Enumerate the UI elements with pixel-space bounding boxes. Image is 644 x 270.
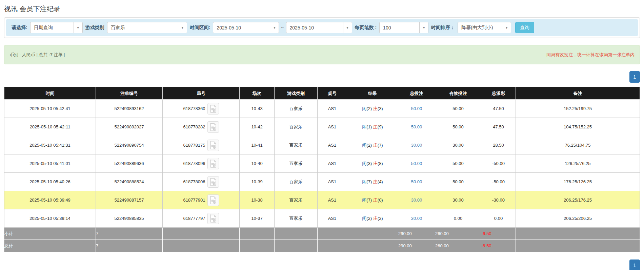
cell-table-no: AS1 <box>318 209 347 228</box>
cell-time: 2025-05-10 05:42:41 <box>4 100 96 118</box>
chevron-down-icon: ▼ <box>178 22 187 33</box>
cell-note: 152.25/199.75 <box>516 100 640 118</box>
video-file-icon <box>210 214 217 223</box>
video-replay-button[interactable] <box>207 194 219 206</box>
cell-time: 2025-05-10 05:41:31 <box>4 136 96 154</box>
cell-valid-bet: 50.00 <box>435 118 481 136</box>
page-size-select[interactable]: 100 ▼ <box>379 22 428 33</box>
col-header-time: 时间 <box>4 87 96 100</box>
table-header: 时间 注单编号 局号 场次 游戏类别 桌号 结果 总投注 有效投注 总派彩 备注 <box>4 87 640 100</box>
subtotal-label: 小计 <box>4 228 96 240</box>
total-bet-link[interactable]: 50.00 <box>411 179 422 184</box>
video-replay-button[interactable] <box>207 103 219 115</box>
date-from-select[interactable]: 2025-05-10 ▼ <box>213 22 279 33</box>
video-file-icon <box>210 105 217 113</box>
grand-total-payout: -6.50 <box>481 240 516 252</box>
cell-bet-no: 522490889636 <box>96 154 163 173</box>
game-type-label: 游戏类别 <box>85 25 104 31</box>
currency-total-text: 币别 : 人民币 | 总共 :7 注单 | <box>9 52 65 58</box>
cell-table-no: AS1 <box>318 136 347 154</box>
page-1-button[interactable]: 1 <box>629 71 640 83</box>
cell-round-no: 618778175 <box>163 136 240 154</box>
video-replay-button[interactable] <box>207 158 219 169</box>
round-no-text: 618778096 <box>183 161 205 166</box>
cell-note: 206.25/176.25 <box>516 191 640 209</box>
table-row: 2025-05-10 05:40:26 522490888524 6187780… <box>4 173 640 191</box>
round-no-text: 618778282 <box>183 124 205 129</box>
table-row: 2025-05-10 05:42:41 522490893162 6187783… <box>4 100 640 118</box>
query-type-select[interactable]: 日期查询 ▼ <box>30 22 83 33</box>
cell-valid-bet: 50.00 <box>435 173 481 191</box>
date-to-select[interactable]: 2025-05-10 ▼ <box>286 22 352 33</box>
time-sort-label: 时间排序： <box>431 25 455 31</box>
subtotal-payout: -6.50 <box>481 228 516 240</box>
subtotal-valid-bet: 260.00 <box>435 228 481 240</box>
total-bet-link[interactable]: 50.00 <box>411 124 422 129</box>
cell-total-bet: 30.00 <box>398 209 435 228</box>
cell-note: 206.25/206.25 <box>516 209 640 228</box>
bet-records-table: 时间 注单编号 局号 场次 游戏类别 桌号 结果 总投注 有效投注 总派彩 备注… <box>4 87 640 252</box>
cell-result: 闲(3) 庄(8) <box>347 154 398 173</box>
filter-panel: 请选择: 日期查询 ▼ 游戏类别 百家乐 ▼ 时间区间: 2025-05-10 … <box>4 17 640 38</box>
cell-result: 闲(7) 庄(0) <box>347 191 398 209</box>
result-player: 闲(7) <box>362 179 372 184</box>
result-player: 闲(1) <box>362 124 372 129</box>
result-banker: 庄(4) <box>373 179 383 184</box>
video-replay-button[interactable] <box>207 121 219 133</box>
result-banker: 庄(2) <box>373 216 383 221</box>
cell-valid-bet: 50.00 <box>435 100 481 118</box>
total-bet-link[interactable]: 50.00 <box>411 106 422 111</box>
page-size-label: 每页笔数 : <box>355 25 377 31</box>
cell-time: 2025-05-10 05:39:14 <box>4 209 96 228</box>
cell-game-type: 百家乐 <box>275 100 318 118</box>
video-replay-button[interactable] <box>207 176 219 188</box>
video-replay-button[interactable] <box>207 213 219 224</box>
page-size-value: 100 <box>380 22 419 33</box>
time-sort-value: 降幂(由大到小) <box>458 22 502 33</box>
cell-game-type: 百家乐 <box>275 173 318 191</box>
table-body: 2025-05-10 05:42:41 522490893162 6187783… <box>4 100 640 228</box>
table-row: 2025-05-10 05:39:49 522490887157 6187779… <box>4 191 640 209</box>
result-banker: 庄(9) <box>373 124 383 129</box>
subtotal-total-bet: 290.00 <box>398 228 435 240</box>
video-file-icon <box>210 160 217 168</box>
page-title: 视讯 会员下注纪录 <box>4 0 640 17</box>
total-bet-link[interactable]: 30.00 <box>411 198 422 203</box>
cell-payout: 47.50 <box>481 100 516 118</box>
table-footer: 小计 7 290.00 260.00 -6.50 总计 7 290.00 260… <box>4 228 640 252</box>
cell-bet-no: 522490888524 <box>96 173 163 191</box>
total-bet-link[interactable]: 30.00 <box>411 216 422 221</box>
chevron-down-icon: ▼ <box>502 22 511 33</box>
total-bet-link[interactable]: 50.00 <box>411 161 422 166</box>
cell-payout: -50.00 <box>481 154 516 173</box>
game-type-select[interactable]: 百家乐 ▼ <box>107 22 187 33</box>
cell-total-bet: 50.00 <box>398 118 435 136</box>
cell-result: 闲(1) 庄(9) <box>347 118 398 136</box>
search-button[interactable]: 查询 <box>515 22 534 33</box>
cell-result: 闲(2) 庄(2) <box>347 209 398 228</box>
cell-note: 126.25/76.25 <box>516 154 640 173</box>
col-header-table-no: 桌号 <box>318 87 347 100</box>
round-no-text: 618778360 <box>183 106 205 111</box>
grand-total-label: 总计 <box>4 240 96 252</box>
video-replay-button[interactable] <box>207 140 219 151</box>
cell-total-bet: 30.00 <box>398 191 435 209</box>
video-file-icon <box>210 123 217 131</box>
cell-time: 2025-05-10 05:41:01 <box>4 154 96 173</box>
cell-table-no: AS1 <box>318 118 347 136</box>
round-no-text: 618777901 <box>183 198 205 203</box>
result-banker: 庄(7) <box>373 143 383 148</box>
cell-table-no: AS1 <box>318 173 347 191</box>
query-type-value: 日期查询 <box>31 22 74 33</box>
cell-round-no: 618777901 <box>163 191 240 209</box>
cell-time: 2025-05-10 05:42:11 <box>4 118 96 136</box>
time-sort-select[interactable]: 降幂(由大到小) ▼ <box>458 22 511 33</box>
query-type-label: 请选择: <box>12 25 27 31</box>
result-player: 闲(7) <box>362 198 372 203</box>
cell-session: 10-40 <box>240 154 275 173</box>
grand-total-valid-bet: 260.00 <box>435 240 481 252</box>
cell-bet-no: 522490890754 <box>96 136 163 154</box>
total-bet-link[interactable]: 30.00 <box>411 143 422 148</box>
page-1-button[interactable]: 1 <box>629 259 640 270</box>
cell-table-no: AS1 <box>318 191 347 209</box>
